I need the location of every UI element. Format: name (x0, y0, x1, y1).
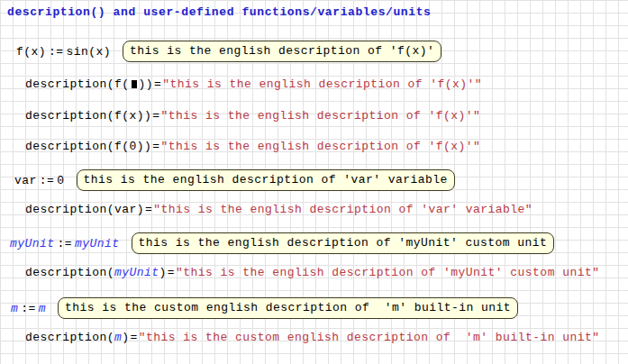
result-string: "this is the english description of 'myU… (176, 265, 599, 280)
equals-operator: = (131, 330, 138, 345)
equals-operator: = (152, 108, 159, 123)
description-f-x-region[interactable]: description(f(x)) = "this is the english… (25, 108, 480, 123)
page-title: description() and user-defined functions… (7, 5, 431, 20)
call-expression: description(f(0)) (25, 139, 151, 154)
myunit-def-rhs: myUnit (75, 236, 120, 251)
placeholder-square-icon[interactable] (132, 80, 137, 88)
equals-operator: = (168, 265, 175, 280)
call-prefix: description( (25, 330, 114, 345)
call-suffix: ) (159, 265, 167, 280)
myunit-definition-region[interactable]: myUnit := myUnit this is the english des… (10, 232, 554, 254)
call-expression: description(var) (25, 202, 144, 217)
var-def-lhs: var (14, 173, 37, 188)
var-description-note[interactable]: this is the english description of 'var'… (77, 169, 455, 191)
m-argument: m (114, 330, 122, 345)
f-def-rhs: sin(x) (67, 44, 112, 59)
assign-operator: := (58, 236, 73, 251)
m-description-note[interactable]: this is the custom english description o… (58, 297, 518, 319)
description-m-region[interactable]: description( m ) = "this is the custom e… (25, 330, 599, 345)
f-description-note[interactable]: this is the english description of 'f(x)… (123, 41, 441, 62)
call-prefix: description(f( (25, 77, 130, 92)
m-def-rhs: m (39, 301, 46, 316)
description-myunit-region[interactable]: description( myUnit ) = "this is the eng… (25, 265, 599, 280)
assign-operator: := (40, 173, 55, 188)
result-string: "this is the english description of 'f(x… (161, 139, 481, 154)
result-string: "this is the english description of 'var… (153, 202, 532, 217)
assign-operator: := (21, 301, 36, 316)
title-text-region[interactable]: description() and user-defined functions… (7, 5, 431, 20)
description-f-0-region[interactable]: description(f(0)) = "this is the english… (25, 139, 480, 154)
equals-operator: = (154, 77, 161, 92)
description-var-region[interactable]: description(var) = "this is the english … (25, 202, 532, 217)
f-definition-region[interactable]: f(x) := sin(x) this is the english descr… (16, 41, 441, 62)
result-string: "this is the english description of 'f(x… (161, 108, 481, 123)
m-definition-region[interactable]: m := m this is the custom english descri… (11, 297, 518, 319)
myunit-argument: myUnit (114, 265, 159, 280)
call-expression: description(f(x)) (25, 108, 151, 123)
var-def-rhs: 0 (57, 173, 64, 188)
equals-operator: = (145, 202, 152, 217)
call-prefix: description( (25, 265, 114, 280)
call-suffix: ) (122, 330, 129, 345)
myunit-def-lhs: myUnit (10, 236, 55, 251)
assign-operator: := (49, 44, 64, 59)
myunit-description-note[interactable]: this is the english description of 'myUn… (132, 232, 555, 254)
f-def-lhs: f(x) (16, 44, 46, 59)
call-suffix: )) (139, 77, 154, 92)
description-f-placeholder-region[interactable]: description(f( )) = "this is the english… (25, 77, 482, 92)
mathcad-worksheet: description() and user-defined functions… (0, 0, 628, 364)
var-definition-region[interactable]: var := 0 this is the english description… (14, 169, 455, 191)
equals-operator: = (152, 139, 159, 154)
result-string: "this is the custom english description … (139, 330, 600, 345)
m-def-lhs: m (11, 301, 18, 316)
result-string: "this is the english description of 'f(x… (162, 77, 482, 92)
